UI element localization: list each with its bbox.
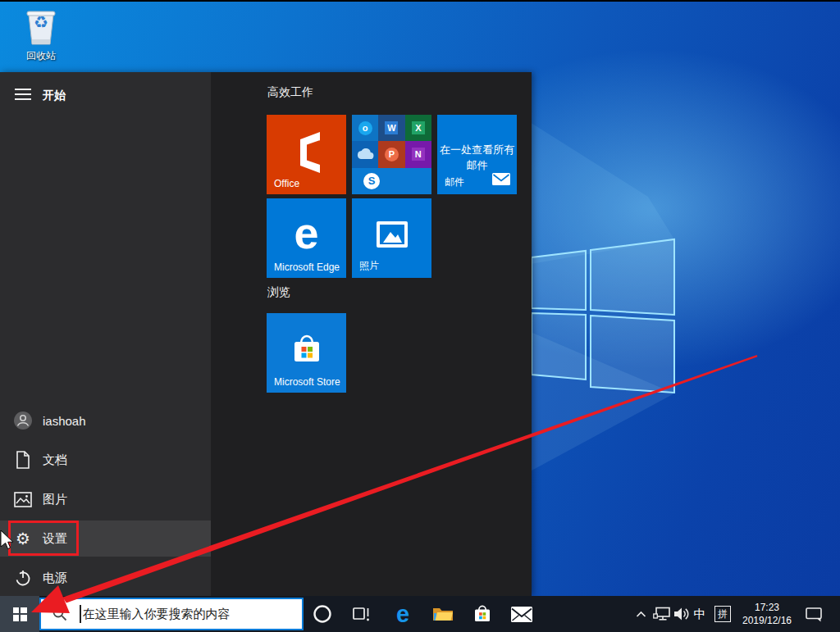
tile-edge-label: Microsoft Edge bbox=[274, 261, 340, 273]
store-taskbar-button[interactable] bbox=[463, 596, 501, 632]
recycle-bin-icon: ♻ bbox=[22, 7, 60, 48]
clock-date: 2019/12/16 bbox=[742, 614, 792, 627]
ime-mode-indicator[interactable]: 拼 bbox=[709, 596, 737, 632]
hamburger-menu-icon[interactable] bbox=[15, 89, 31, 102]
word-icon[interactable]: W bbox=[378, 115, 404, 141]
pictures-icon bbox=[13, 489, 33, 509]
edge-logo-icon: e bbox=[294, 207, 318, 258]
chevron-up-icon bbox=[636, 611, 646, 618]
tile-store-label: Microsoft Store bbox=[274, 376, 340, 388]
powerpoint-icon[interactable]: P bbox=[378, 141, 404, 167]
start-menu-tiles-pane: 高效工作 Office o W X P N S bbox=[211, 72, 532, 596]
tile-office[interactable]: Office bbox=[267, 115, 346, 194]
edge-taskbar-button[interactable]: e bbox=[384, 596, 422, 632]
photos-icon bbox=[377, 221, 408, 248]
settings-label: 设置 bbox=[43, 531, 67, 547]
office-logo-icon bbox=[289, 128, 325, 175]
windows-logo-icon bbox=[13, 607, 27, 621]
rail-item-power[interactable]: 电源 bbox=[0, 560, 211, 596]
taskbar: 在这里输入你要搜索的内容 e bbox=[0, 596, 840, 632]
tile-office-suite[interactable]: o W X P N S bbox=[352, 115, 431, 194]
tile-edge[interactable]: e Microsoft Edge bbox=[267, 198, 346, 278]
pictures-label: 图片 bbox=[43, 492, 67, 507]
rail-item-user[interactable]: iashoah bbox=[0, 402, 211, 439]
tile-photos[interactable]: 照片 bbox=[352, 198, 431, 278]
power-label: 电源 bbox=[43, 571, 67, 586]
recycle-bin-shortcut[interactable]: ♻ 回收站 bbox=[10, 7, 72, 63]
documents-label: 文档 bbox=[43, 452, 67, 468]
user-name-label: iashoah bbox=[43, 414, 86, 428]
cortana-button[interactable] bbox=[304, 596, 341, 632]
file-explorer-icon bbox=[432, 606, 454, 623]
mail-tile-caption: 邮件 bbox=[445, 175, 464, 189]
start-menu-title: 开始 bbox=[43, 89, 66, 103]
taskbar-clock[interactable]: 17:23 2019/12/16 bbox=[741, 596, 793, 632]
store-icon bbox=[472, 603, 492, 625]
document-icon bbox=[13, 450, 33, 470]
task-view-button[interactable] bbox=[343, 596, 381, 632]
recycle-symbol-icon: ♻ bbox=[22, 12, 60, 32]
tile-mail[interactable]: 在一处查看所有 邮件 邮件 bbox=[437, 115, 517, 194]
desktop-screen: ♻ 回收站 开始 iashoah 文档 bbox=[0, 0, 840, 632]
start-menu: 开始 iashoah 文档 图片 ⚙ 设 bbox=[0, 72, 532, 596]
tile-group-title-browse: 浏览 bbox=[267, 285, 290, 300]
ime-language-label: 中 bbox=[694, 607, 706, 622]
search-icon bbox=[52, 606, 68, 622]
ime-mode-label: 拼 bbox=[714, 606, 731, 622]
store-bag-icon bbox=[290, 332, 323, 366]
network-icon bbox=[653, 607, 671, 621]
start-button[interactable] bbox=[0, 596, 39, 632]
power-icon bbox=[13, 568, 33, 588]
file-explorer-button[interactable] bbox=[424, 596, 462, 632]
mail-taskbar-button[interactable] bbox=[503, 596, 541, 632]
tile-store[interactable]: Microsoft Store bbox=[267, 313, 346, 393]
task-view-icon bbox=[352, 605, 372, 623]
text-cursor bbox=[80, 605, 81, 623]
tile-office-label: Office bbox=[274, 178, 299, 189]
skype-icon[interactable]: S bbox=[352, 168, 431, 194]
tile-group-title-productivity: 高效工作 bbox=[267, 85, 313, 100]
tile-photos-label: 照片 bbox=[359, 259, 379, 273]
rail-item-documents[interactable]: 文档 bbox=[0, 442, 211, 478]
clock-time: 17:23 bbox=[755, 601, 779, 614]
onedrive-icon[interactable] bbox=[352, 141, 378, 167]
mail-icon bbox=[511, 607, 532, 622]
onenote-icon[interactable]: N bbox=[405, 141, 431, 167]
search-placeholder: 在这里输入你要搜索的内容 bbox=[83, 607, 231, 622]
excel-icon[interactable]: X bbox=[405, 115, 431, 141]
recycle-bin-label: 回收站 bbox=[10, 49, 72, 63]
mail-envelope-icon bbox=[492, 173, 510, 189]
user-avatar bbox=[13, 411, 33, 430]
gear-icon: ⚙ bbox=[13, 529, 33, 548]
start-menu-left-rail: 开始 iashoah 文档 图片 ⚙ 设 bbox=[0, 72, 211, 596]
mail-tile-line1: 在一处查看所有 bbox=[437, 143, 517, 158]
edge-icon: e bbox=[396, 602, 409, 626]
taskbar-search-input[interactable]: 在这里输入你要搜索的内容 bbox=[39, 598, 304, 630]
action-center-button[interactable] bbox=[797, 596, 830, 632]
cortana-icon bbox=[313, 604, 332, 624]
mail-tile-line2: 邮件 bbox=[437, 158, 517, 174]
rail-item-pictures[interactable]: 图片 bbox=[0, 481, 211, 517]
action-center-icon bbox=[806, 607, 823, 622]
outlook-icon[interactable]: o bbox=[352, 115, 378, 141]
rail-item-settings[interactable]: ⚙ 设置 bbox=[0, 521, 211, 557]
